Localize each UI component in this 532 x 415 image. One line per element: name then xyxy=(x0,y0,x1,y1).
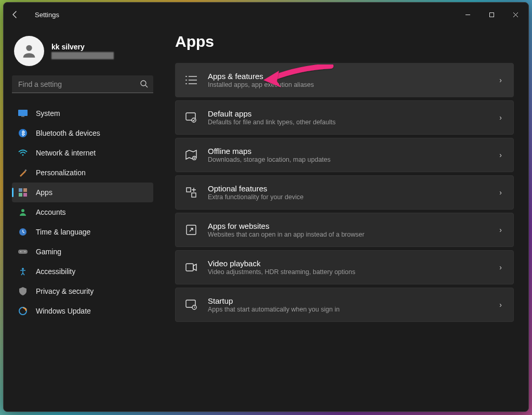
chevron-right-icon: › xyxy=(499,263,502,271)
minimize-button[interactable] xyxy=(456,6,480,23)
svg-point-2 xyxy=(26,45,32,51)
sidebar-item-system[interactable]: System xyxy=(12,103,153,123)
sidebar-item-label: Network & internet xyxy=(36,149,96,157)
sidebar-item-windows-update[interactable]: Windows Update xyxy=(12,301,153,321)
card-title: Offline maps xyxy=(208,147,490,155)
sidebar-item-label: Gaming xyxy=(36,248,61,256)
map-icon xyxy=(184,148,198,162)
svg-rect-13 xyxy=(23,193,27,197)
svg-rect-10 xyxy=(19,188,22,192)
card-title: Apps for websites xyxy=(208,222,490,230)
sidebar-item-accounts[interactable]: Accounts xyxy=(12,202,153,222)
card-optional-features[interactable]: Optional features Extra functionality fo… xyxy=(175,175,514,210)
display-icon xyxy=(18,109,28,118)
close-button[interactable] xyxy=(503,6,527,23)
svg-rect-16 xyxy=(18,250,28,254)
chevron-right-icon: › xyxy=(499,76,502,84)
paintbrush-icon xyxy=(18,168,28,177)
search-input[interactable] xyxy=(18,80,135,88)
update-icon xyxy=(18,306,28,316)
sidebar-item-privacy[interactable]: Privacy & security xyxy=(12,281,153,301)
card-title: Default apps xyxy=(208,109,490,118)
nav: System Bluetooth & devices Network & int… xyxy=(12,103,153,321)
back-button[interactable] xyxy=(5,4,25,25)
gaming-icon xyxy=(18,247,28,256)
svg-rect-34 xyxy=(186,264,193,271)
chevron-right-icon: › xyxy=(499,113,502,122)
svg-rect-5 xyxy=(18,110,28,116)
sidebar-item-network[interactable]: Network & internet xyxy=(12,143,153,163)
svg-point-19 xyxy=(22,268,24,270)
avatar xyxy=(14,36,44,66)
shield-icon xyxy=(18,287,28,296)
wifi-icon xyxy=(18,148,28,158)
sidebar-item-label: Accounts xyxy=(36,208,66,216)
list-icon xyxy=(184,73,198,87)
startup-icon xyxy=(184,297,198,312)
sidebar-item-label: Apps xyxy=(36,188,52,197)
sidebar: kk silvery System Bluetooth & devices xyxy=(4,27,159,411)
search-box[interactable] xyxy=(12,75,153,93)
sidebar-item-accessibility[interactable]: Accessibility xyxy=(12,262,153,281)
sidebar-item-time-language[interactable]: Time & language xyxy=(12,222,153,242)
open-external-icon xyxy=(184,223,198,237)
svg-rect-11 xyxy=(23,188,27,192)
chevron-right-icon: › xyxy=(499,301,502,309)
chevron-right-icon: › xyxy=(499,226,502,234)
svg-point-17 xyxy=(20,251,21,252)
sidebar-item-label: Personalization xyxy=(36,168,86,177)
card-subtitle: Installed apps, app execution aliases xyxy=(208,81,490,88)
page-title: Apps xyxy=(175,33,514,50)
person-icon xyxy=(18,208,28,217)
svg-rect-12 xyxy=(19,193,22,197)
card-apps-features[interactable]: Apps & features Installed apps, app exec… xyxy=(175,63,514,97)
svg-point-8 xyxy=(22,154,24,156)
main-panel: Apps Apps & features Installed apps, app… xyxy=(159,27,528,411)
optional-features-icon xyxy=(184,185,198,200)
svg-rect-6 xyxy=(21,116,24,117)
default-apps-icon xyxy=(184,110,198,125)
svg-point-14 xyxy=(21,209,24,212)
card-title: Startup xyxy=(208,296,490,305)
titlebar: Settings xyxy=(4,3,528,27)
card-subtitle: Extra functionality for your device xyxy=(208,193,490,201)
chevron-right-icon: › xyxy=(499,151,502,159)
sidebar-item-label: Time & language xyxy=(36,228,90,236)
sidebar-item-label: System xyxy=(36,109,60,118)
video-icon xyxy=(184,260,198,275)
card-apps-for-websites[interactable]: Apps for websites Websites that can open… xyxy=(175,213,514,247)
card-title: Apps & features xyxy=(208,72,490,81)
settings-window: Settings kk silvery xyxy=(3,2,529,412)
profile[interactable]: kk silvery xyxy=(12,34,153,75)
profile-email-redacted xyxy=(51,52,114,59)
card-subtitle: Downloads, storage location, map updates xyxy=(208,156,490,163)
card-video-playback[interactable]: Video playback Video adjustments, HDR st… xyxy=(175,250,514,284)
card-title: Video playback xyxy=(208,259,490,268)
maximize-button[interactable] xyxy=(480,6,503,23)
sidebar-item-label: Bluetooth & devices xyxy=(36,129,100,137)
sidebar-item-apps[interactable]: Apps xyxy=(12,183,153,202)
card-subtitle: Video adjustments, HDR streaming, batter… xyxy=(208,268,490,276)
profile-name: kk silvery xyxy=(51,43,114,51)
clock-icon xyxy=(18,227,28,237)
card-offline-maps[interactable]: Offline maps Downloads, storage location… xyxy=(175,138,514,172)
svg-rect-31 xyxy=(187,188,191,192)
sidebar-item-label: Windows Update xyxy=(36,307,91,315)
card-startup[interactable]: Startup Apps that start automatically wh… xyxy=(175,288,514,322)
sidebar-item-personalization[interactable]: Personalization xyxy=(12,163,153,183)
chevron-right-icon: › xyxy=(499,188,502,197)
sidebar-item-bluetooth[interactable]: Bluetooth & devices xyxy=(12,123,153,143)
svg-point-18 xyxy=(24,251,25,252)
card-subtitle: Websites that can open in an app instead… xyxy=(208,231,490,238)
svg-rect-32 xyxy=(192,193,196,197)
card-subtitle: Apps that start automatically when you s… xyxy=(208,306,490,313)
sidebar-item-label: Privacy & security xyxy=(36,287,94,295)
svg-point-3 xyxy=(141,81,146,86)
sidebar-item-label: Accessibility xyxy=(36,267,75,276)
card-subtitle: Defaults for file and link types, other … xyxy=(208,119,490,126)
window-title: Settings xyxy=(35,11,59,19)
search-icon xyxy=(140,80,148,88)
sidebar-item-gaming[interactable]: Gaming xyxy=(12,242,153,262)
accessibility-icon xyxy=(18,267,28,276)
card-default-apps[interactable]: Default apps Defaults for file and link … xyxy=(175,100,514,135)
